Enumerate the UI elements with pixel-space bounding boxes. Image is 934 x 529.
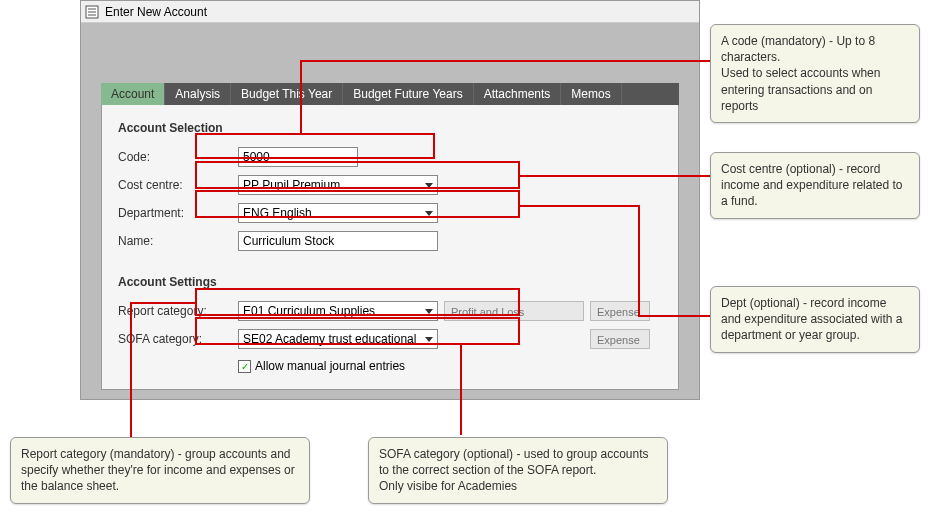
department-label: Department:	[118, 206, 238, 220]
department-select[interactable]	[238, 203, 438, 223]
code-label: Code:	[118, 150, 238, 164]
section-account-selection: Account Selection	[118, 121, 662, 135]
tab-attachments[interactable]: Attachments	[474, 83, 562, 105]
row-costcentre: Cost centre:	[118, 173, 662, 197]
allow-manual-label: Allow manual journal entries	[255, 359, 405, 373]
allow-manual-checkbox[interactable]: ✓	[238, 360, 251, 373]
row-sofa: SOFA category: Expense	[118, 327, 662, 351]
sofa-label: SOFA category:	[118, 332, 238, 346]
callout-costcentre: Cost centre (optional) - record income a…	[710, 152, 920, 219]
costcentre-label: Cost centre:	[118, 178, 238, 192]
form-icon	[85, 5, 99, 19]
reportcat-side-box: Expense	[590, 301, 650, 321]
code-input[interactable]	[238, 147, 358, 167]
reportcat-select[interactable]	[238, 301, 438, 321]
tab-label: Budget This Year	[241, 87, 332, 101]
tab-label: Account	[111, 87, 154, 101]
tab-label: Attachments	[484, 87, 551, 101]
account-panel: Account Selection Code: Cost centre: Dep…	[101, 105, 679, 390]
row-name: Name:	[118, 229, 662, 253]
tab-memos[interactable]: Memos	[561, 83, 621, 105]
name-input[interactable]	[238, 231, 438, 251]
titlebar: Enter New Account	[81, 1, 699, 23]
name-label: Name:	[118, 234, 238, 248]
window-title: Enter New Account	[105, 5, 207, 19]
enter-new-account-window: Enter New Account Account Analysis Budge…	[80, 0, 700, 400]
tab-budget-future-years[interactable]: Budget Future Years	[343, 83, 473, 105]
row-reportcat: Report category: Profit and Loss Expense	[118, 299, 662, 323]
row-allow-manual: ✓ Allow manual journal entries	[238, 359, 662, 373]
window-body: Account Analysis Budget This Year Budget…	[81, 23, 699, 399]
tab-label: Analysis	[175, 87, 220, 101]
tab-strip: Account Analysis Budget This Year Budget…	[101, 83, 679, 105]
tab-account[interactable]: Account	[101, 83, 165, 105]
sofa-select[interactable]	[238, 329, 438, 349]
tab-analysis[interactable]: Analysis	[165, 83, 231, 105]
row-department: Department:	[118, 201, 662, 225]
tab-budget-this-year[interactable]: Budget This Year	[231, 83, 343, 105]
callout-dept: Dept (optional) - record income and expe…	[710, 286, 920, 353]
row-code: Code:	[118, 145, 662, 169]
sofa-side-box: Expense	[590, 329, 650, 349]
callout-code: A code (mandatory) - Up to 8 characters.…	[710, 24, 920, 123]
callout-reportcat: Report category (mandatory) - group acco…	[10, 437, 310, 504]
reportcat-type-box: Profit and Loss	[444, 301, 584, 321]
tab-label: Memos	[571, 87, 610, 101]
reportcat-label: Report category:	[118, 304, 238, 318]
tab-label: Budget Future Years	[353, 87, 462, 101]
section-account-settings: Account Settings	[118, 275, 662, 289]
callout-sofa: SOFA category (optional) - used to group…	[368, 437, 668, 504]
costcentre-select[interactable]	[238, 175, 438, 195]
